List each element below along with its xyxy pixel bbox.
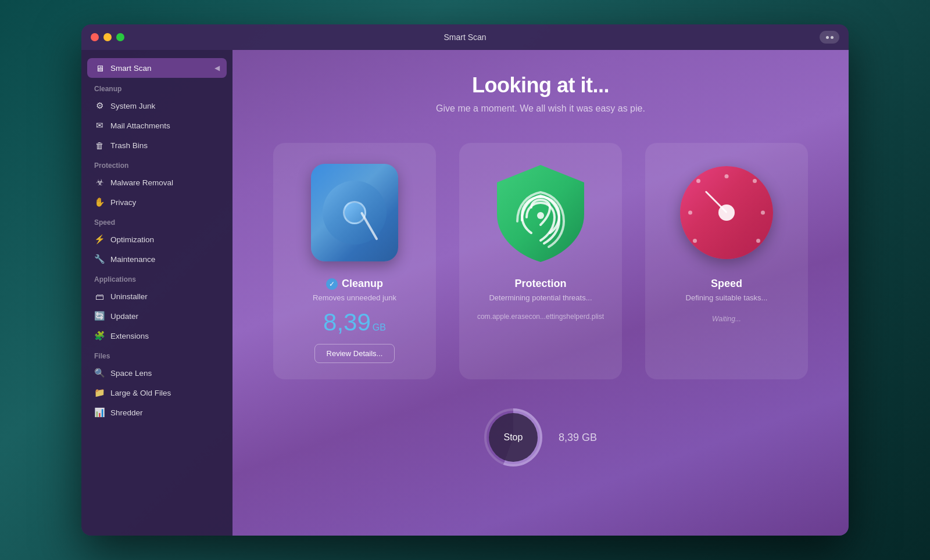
- app-window: Smart Scan 🖥 Smart Scan ◀ Cleanup ⚙ Syst…: [81, 24, 849, 536]
- titlebar: Smart Scan: [81, 24, 849, 50]
- section-speed: Speed: [81, 213, 233, 229]
- cleanup-title-row: ✓ Cleanup: [326, 278, 383, 290]
- sidebar-item-shredder[interactable]: 📊 Shredder: [87, 403, 227, 422]
- stop-button[interactable]: Stop: [489, 413, 538, 462]
- trash-bins-icon: 🗑: [94, 140, 105, 150]
- sidebar-item-extensions[interactable]: 🧩 Extensions: [87, 326, 227, 345]
- dot-icon: [831, 36, 834, 39]
- maximize-button[interactable]: [116, 33, 124, 41]
- uninstaller-label: Uninstaller: [110, 292, 148, 301]
- malware-removal-icon: ☣: [94, 177, 105, 188]
- maintenance-icon: 🔧: [94, 254, 105, 264]
- sidebar-item-smart-scan[interactable]: 🖥 Smart Scan ◀: [87, 58, 227, 78]
- minimize-button[interactable]: [103, 33, 112, 41]
- traffic-lights: [91, 33, 124, 41]
- speed-waiting-status: Waiting...: [712, 315, 741, 323]
- cleanup-card: ✓ Cleanup Removes unneeded junk 8,39 GB …: [273, 143, 436, 379]
- cleanup-card-desc: Removes unneeded junk: [313, 293, 396, 302]
- space-lens-label: Space Lens: [110, 369, 152, 378]
- sidebar: 🖥 Smart Scan ◀ Cleanup ⚙ System Junk ✉ M…: [81, 50, 233, 536]
- privacy-label: Privacy: [110, 198, 136, 207]
- section-applications: Applications: [81, 270, 233, 286]
- stop-gb-label: 8,39 GB: [559, 432, 597, 444]
- updater-icon: 🔄: [94, 311, 105, 321]
- shield-icon: [494, 162, 587, 264]
- updater-label: Updater: [110, 312, 138, 321]
- cleanup-check-icon: ✓: [326, 278, 338, 290]
- cleanup-amount: 8,39 GB: [323, 310, 386, 337]
- cleanup-card-icon: [308, 160, 401, 265]
- shredder-label: Shredder: [110, 408, 143, 417]
- window-title: Smart Scan: [443, 33, 486, 42]
- dot-icon: [826, 36, 829, 39]
- speed-title-row: Speed: [711, 278, 742, 290]
- speed-card-desc: Defining suitable tasks...: [686, 293, 768, 302]
- sidebar-item-maintenance[interactable]: 🔧 Maintenance: [87, 250, 227, 268]
- close-button[interactable]: [91, 33, 99, 41]
- sidebar-item-uninstaller[interactable]: 🗃 Uninstaller: [87, 287, 227, 306]
- bottom-bar: Stop 8,39 GB: [256, 408, 825, 484]
- cleanup-number: 8,39: [323, 308, 371, 336]
- protection-card-icon: [494, 160, 587, 265]
- protection-scan-status: com.apple.erasecon...ettingshelperd.plis…: [477, 313, 604, 321]
- trash-bins-label: Trash Bins: [110, 141, 148, 150]
- maintenance-label: Maintenance: [110, 255, 155, 264]
- mail-attachments-icon: ✉: [94, 120, 105, 131]
- large-old-files-label: Large & Old Files: [110, 389, 171, 397]
- svg-point-0: [537, 212, 544, 219]
- content-area: 🖥 Smart Scan ◀ Cleanup ⚙ System Junk ✉ M…: [81, 50, 849, 536]
- optimization-label: Optimization: [110, 235, 154, 244]
- main-content: Looking at it... Give me a moment. We al…: [233, 50, 849, 536]
- main-heading: Looking at it...: [472, 73, 609, 98]
- main-subtitle: Give me a moment. We all wish it was eas…: [436, 103, 645, 114]
- large-old-files-icon: 📁: [94, 387, 105, 398]
- malware-removal-label: Malware Removal: [110, 178, 173, 187]
- space-lens-icon: 🔍: [94, 368, 105, 378]
- cleanup-card-title: Cleanup: [342, 278, 383, 290]
- sidebar-item-system-junk[interactable]: ⚙ System Junk: [87, 96, 227, 115]
- section-protection: Protection: [81, 156, 233, 172]
- speedometer-icon: [680, 166, 773, 259]
- disclosure-icon: ◀: [214, 64, 220, 72]
- sidebar-item-large-old-files[interactable]: 📁 Large & Old Files: [87, 383, 227, 402]
- extensions-icon: 🧩: [94, 331, 105, 341]
- protection-card: Protection Determining potential threats…: [459, 143, 622, 379]
- smart-scan-icon: 🖥: [94, 63, 105, 73]
- sidebar-item-malware-removal[interactable]: ☣ Malware Removal: [87, 173, 227, 192]
- speed-card-title: Speed: [711, 278, 742, 290]
- protection-card-desc: Determining potential threats...: [489, 293, 592, 302]
- system-junk-icon: ⚙: [94, 100, 105, 111]
- sidebar-item-space-lens[interactable]: 🔍 Space Lens: [87, 364, 227, 382]
- section-cleanup: Cleanup: [81, 79, 233, 95]
- privacy-icon: ✋: [94, 197, 105, 207]
- protection-card-title: Protection: [514, 278, 566, 290]
- mail-attachments-label: Mail Attachments: [110, 121, 170, 130]
- cards-row: ✓ Cleanup Removes unneeded junk 8,39 GB …: [256, 143, 825, 379]
- protection-title-row: Protection: [514, 278, 566, 290]
- sidebar-item-mail-attachments[interactable]: ✉ Mail Attachments: [87, 116, 227, 135]
- section-files: Files: [81, 346, 233, 362]
- smart-scan-label: Smart Scan: [110, 64, 152, 73]
- system-junk-label: System Junk: [110, 102, 155, 110]
- extensions-label: Extensions: [110, 332, 149, 340]
- review-details-button[interactable]: Review Details...: [314, 344, 395, 363]
- more-options-button[interactable]: [820, 31, 839, 44]
- sidebar-item-trash-bins[interactable]: 🗑 Trash Bins: [87, 136, 227, 155]
- shredder-icon: 📊: [94, 407, 105, 418]
- sidebar-item-privacy[interactable]: ✋ Privacy: [87, 193, 227, 211]
- cleanup-gb-value: 8,39: [323, 310, 371, 335]
- stop-button-wrap: Stop: [484, 408, 542, 466]
- uninstaller-icon: 🗃: [94, 291, 105, 301]
- speed-card-icon: [680, 160, 773, 265]
- disk-icon: [311, 164, 398, 261]
- speed-card: Speed Defining suitable tasks... Waiting…: [645, 143, 808, 379]
- sidebar-item-updater[interactable]: 🔄 Updater: [87, 307, 227, 325]
- cleanup-unit: GB: [373, 322, 386, 333]
- optimization-icon: ⚡: [94, 234, 105, 245]
- sidebar-item-optimization[interactable]: ⚡ Optimization: [87, 230, 227, 249]
